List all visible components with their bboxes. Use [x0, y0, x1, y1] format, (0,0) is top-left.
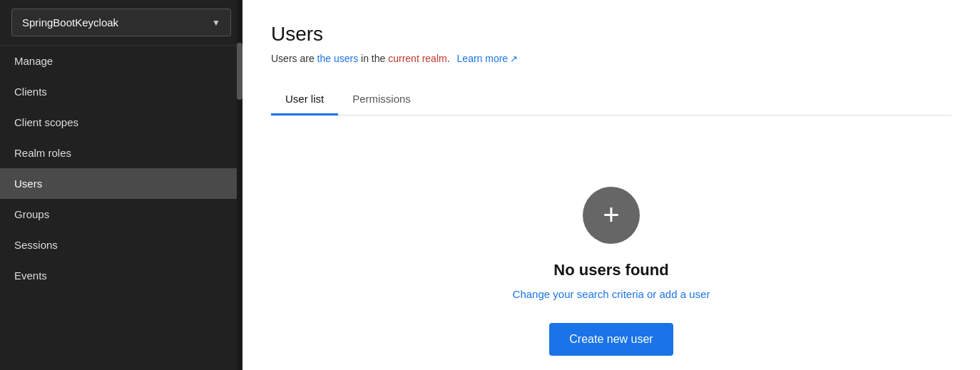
description-text: Users are the users in the current realm…	[271, 53, 450, 64]
page-description: Users are the users in the current realm…	[271, 53, 951, 64]
tab-user-list[interactable]: User list	[271, 84, 338, 115]
sidebar-item-sessions[interactable]: Sessions	[0, 230, 243, 260]
empty-state-title: No users found	[553, 261, 668, 279]
create-new-user-button[interactable]: Create new user	[549, 323, 673, 356]
desc-highlight-realm: current realm	[388, 53, 446, 64]
chevron-down-icon: ▼	[212, 18, 220, 28]
tab-permissions[interactable]: Permissions	[338, 84, 425, 115]
external-link-icon: ↗	[510, 53, 518, 64]
plus-icon: +	[603, 200, 619, 229]
tabs-bar: User list Permissions	[271, 84, 951, 115]
scrollbar-thumb[interactable]	[237, 43, 243, 100]
page-title: Users	[271, 23, 951, 46]
realm-selector[interactable]: SpringBootKeycloak ▼	[11, 9, 231, 36]
empty-state: + No users found Change your search crit…	[271, 144, 951, 370]
sidebar-item-groups[interactable]: Groups	[0, 199, 243, 230]
main-content: Users Users are the users in the current…	[243, 0, 980, 370]
realm-selector-label: SpringBootKeycloak	[22, 16, 118, 29]
sidebar-header: SpringBootKeycloak ▼	[0, 0, 243, 46]
sidebar-item-clients[interactable]: Clients	[0, 76, 243, 107]
empty-state-subtitle: Change your search criteria or add a use…	[513, 288, 710, 300]
sidebar-item-manage[interactable]: Manage	[0, 46, 243, 76]
sidebar: SpringBootKeycloak ▼ Manage Clients Clie…	[0, 0, 243, 370]
desc-highlight-users: the users	[317, 53, 359, 64]
scrollbar-track	[237, 0, 243, 370]
add-user-icon-circle: +	[583, 187, 640, 244]
sidebar-item-realm-roles[interactable]: Realm roles	[0, 138, 243, 168]
sidebar-item-client-scopes[interactable]: Client scopes	[0, 107, 243, 138]
learn-more-link[interactable]: Learn more ↗	[457, 53, 519, 64]
sidebar-item-events[interactable]: Events	[0, 260, 243, 291]
sidebar-item-users[interactable]: Users	[0, 168, 243, 199]
